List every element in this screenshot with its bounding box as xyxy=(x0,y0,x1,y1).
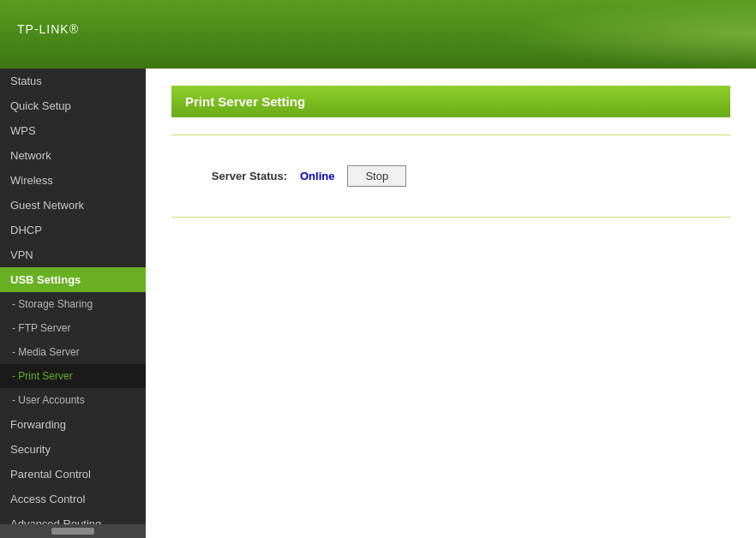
sidebar-hscroll[interactable] xyxy=(0,524,146,538)
content-area: Print Server Setting Server Status: Onli… xyxy=(146,69,756,538)
sidebar-item-access-control[interactable]: Access Control xyxy=(0,487,146,511)
sidebar-item-guest-network[interactable]: Guest Network xyxy=(0,193,146,218)
sidebar-item-vpn[interactable]: VPN xyxy=(0,242,146,267)
sidebar: StatusQuick SetupWPSNetworkWirelessGuest… xyxy=(0,69,146,538)
sidebar-item-usb-settings[interactable]: USB Settings xyxy=(0,267,146,292)
main-layout: StatusQuick SetupWPSNetworkWirelessGuest… xyxy=(0,69,756,538)
sidebar-item-storage-sharing[interactable]: - Storage Sharing xyxy=(0,292,146,316)
sidebar-item-advanced-routing[interactable]: Advanced Routing xyxy=(0,511,146,524)
sidebar-item-forwarding[interactable]: Forwarding xyxy=(0,412,146,437)
logo-sup: ® xyxy=(69,22,79,36)
bottom-divider xyxy=(171,217,730,218)
sidebar-item-status[interactable]: Status xyxy=(0,69,146,93)
logo: TP-LINK® xyxy=(17,19,79,51)
sidebar-item-wps[interactable]: WPS xyxy=(0,118,146,143)
sidebar-item-security[interactable]: Security xyxy=(0,437,146,462)
status-value: Online xyxy=(300,170,334,182)
content-inner: Print Server Setting Server Status: Onli… xyxy=(146,69,756,235)
sidebar-item-quick-setup[interactable]: Quick Setup xyxy=(0,93,146,118)
sidebar-item-dhcp[interactable]: DHCP xyxy=(0,218,146,242)
stop-button[interactable]: Stop xyxy=(347,165,406,187)
sidebar-item-print-server[interactable]: - Print Server xyxy=(0,364,146,388)
sidebar-item-user-accounts[interactable]: - User Accounts xyxy=(0,388,146,412)
header: TP-LINK® xyxy=(0,0,756,69)
sidebar-item-ftp-server[interactable]: - FTP Server xyxy=(0,316,146,340)
section-title: Print Server Setting xyxy=(171,86,730,117)
sidebar-item-wireless[interactable]: Wireless xyxy=(0,168,146,193)
server-status-label: Server Status: xyxy=(171,170,300,182)
sidebar-item-network[interactable]: Network xyxy=(0,143,146,168)
logo-text: TP-LINK xyxy=(17,22,69,36)
sidebar-item-media-server[interactable]: - Media Server xyxy=(0,340,146,364)
top-divider xyxy=(171,134,730,135)
sidebar-item-parental-control[interactable]: Parental Control xyxy=(0,462,146,487)
sidebar-scroll[interactable]: StatusQuick SetupWPSNetworkWirelessGuest… xyxy=(0,69,146,524)
server-status-row: Server Status: Online Stop xyxy=(171,152,730,200)
